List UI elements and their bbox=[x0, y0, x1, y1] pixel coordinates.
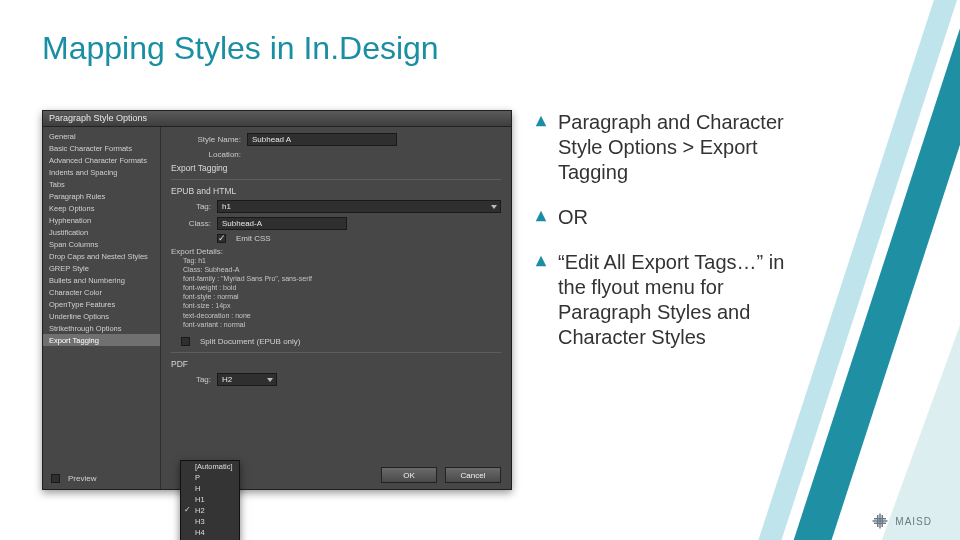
export-details-label: Export Details: bbox=[171, 247, 501, 256]
sidebar-item[interactable]: Paragraph Rules bbox=[43, 190, 160, 202]
split-document-label: Split Document (EPUB only) bbox=[200, 337, 300, 346]
logo-text: MAISD bbox=[895, 516, 932, 527]
detail-line: text-decoration : none bbox=[183, 311, 501, 320]
sidebar-item[interactable]: Span Columns bbox=[43, 238, 160, 250]
sidebar-item[interactable]: Tabs bbox=[43, 178, 160, 190]
panel-title: Export Tagging bbox=[171, 163, 501, 173]
dropdown-option[interactable]: H1 bbox=[181, 494, 239, 505]
sidebar-item[interactable]: Export Tagging bbox=[43, 334, 160, 346]
sidebar-item[interactable]: Bullets and Numbering bbox=[43, 274, 160, 286]
preview-label: Preview bbox=[68, 474, 96, 483]
slide-title: Mapping Styles in In.Design bbox=[42, 30, 439, 67]
export-details-text: Tag: h1Class: Subhead-Afont-family : "My… bbox=[183, 256, 501, 329]
sidebar-item[interactable]: Character Color bbox=[43, 286, 160, 298]
epub-tag-select[interactable]: h1 bbox=[217, 200, 501, 213]
sidebar-item[interactable]: Basic Character Formats bbox=[43, 142, 160, 154]
ok-button[interactable]: OK bbox=[381, 467, 437, 483]
location-label: Location: bbox=[171, 150, 241, 159]
preview-row: Preview bbox=[51, 474, 96, 483]
dropdown-option[interactable]: H bbox=[181, 483, 239, 494]
bullet-item: OR bbox=[534, 205, 794, 230]
dropdown-option[interactable]: H4 bbox=[181, 527, 239, 538]
sidebar-item[interactable]: Advanced Character Formats bbox=[43, 154, 160, 166]
dialog-main-panel: Style Name: Subhead A Location: Export T… bbox=[161, 127, 511, 489]
style-name-label: Style Name: bbox=[171, 135, 241, 144]
dialog-sidebar: GeneralBasic Character FormatsAdvanced C… bbox=[43, 127, 161, 489]
dropdown-option[interactable]: [Automatic] bbox=[181, 461, 239, 472]
bullet-text: Paragraph and Character Style Options > … bbox=[558, 110, 794, 185]
sidebar-item[interactable]: OpenType Features bbox=[43, 298, 160, 310]
svg-marker-2 bbox=[536, 256, 547, 267]
bullet-list: Paragraph and Character Style Options > … bbox=[534, 110, 794, 490]
pdf-tag-label: Tag: bbox=[171, 375, 211, 384]
bullet-icon bbox=[534, 114, 548, 128]
detail-line: Class: Subhead-A bbox=[183, 265, 501, 274]
detail-line: Tag: h1 bbox=[183, 256, 501, 265]
split-document-checkbox[interactable] bbox=[181, 337, 190, 346]
svg-marker-1 bbox=[536, 211, 547, 222]
sidebar-item[interactable]: GREP Style bbox=[43, 262, 160, 274]
sidebar-item[interactable]: Indents and Spacing bbox=[43, 166, 160, 178]
bullet-icon bbox=[534, 209, 548, 223]
sidebar-item[interactable]: Hyphenation bbox=[43, 214, 160, 226]
sidebar-item[interactable]: Drop Caps and Nested Styles bbox=[43, 250, 160, 262]
pdf-section-title: PDF bbox=[171, 359, 501, 369]
sidebar-item[interactable]: Underline Options bbox=[43, 310, 160, 322]
logo-mark-icon bbox=[871, 512, 889, 530]
detail-line: font-weight : bold bbox=[183, 283, 501, 292]
bullet-item: Paragraph and Character Style Options > … bbox=[534, 110, 794, 185]
detail-line: font-family : "Myriad Sans Pro", sans-se… bbox=[183, 274, 501, 283]
dialog-titlebar: Paragraph Style Options bbox=[43, 111, 511, 127]
epub-section-title: EPUB and HTML bbox=[171, 186, 501, 196]
pdf-tag-select[interactable]: H2 bbox=[217, 373, 277, 386]
detail-line: font-variant : normal bbox=[183, 320, 501, 329]
style-name-field[interactable]: Subhead A bbox=[247, 133, 397, 146]
bullet-text: OR bbox=[558, 205, 588, 230]
dropdown-option[interactable]: H2 bbox=[181, 505, 239, 516]
paragraph-style-options-dialog: Paragraph Style Options GeneralBasic Cha… bbox=[42, 110, 512, 490]
detail-line: font-size : 14px bbox=[183, 301, 501, 310]
sidebar-item[interactable]: General bbox=[43, 130, 160, 142]
dropdown-option[interactable]: P bbox=[181, 472, 239, 483]
epub-class-label: Class: bbox=[171, 219, 211, 228]
epub-class-field[interactable]: Subhead-A bbox=[217, 217, 347, 230]
epub-section: EPUB and HTML Tag: h1 Class: Subhead-A E… bbox=[171, 179, 501, 346]
epub-tag-label: Tag: bbox=[171, 202, 211, 211]
svg-marker-0 bbox=[536, 116, 547, 127]
cancel-button[interactable]: Cancel bbox=[445, 467, 501, 483]
sidebar-item[interactable]: Justification bbox=[43, 226, 160, 238]
detail-line: font-style : normal bbox=[183, 292, 501, 301]
pdf-tag-dropdown[interactable]: [Automatic]PHH1H2H3H4H5H6Artifact bbox=[180, 460, 240, 540]
bullet-text: “Edit All Export Tags…” in the flyout me… bbox=[558, 250, 794, 350]
emit-css-checkbox[interactable] bbox=[217, 234, 226, 243]
bullet-icon bbox=[534, 254, 548, 268]
emit-css-label: Emit CSS bbox=[236, 234, 271, 243]
pdf-section: PDF Tag: H2 bbox=[171, 352, 501, 386]
sidebar-item[interactable]: Strikethrough Options bbox=[43, 322, 160, 334]
preview-checkbox[interactable] bbox=[51, 474, 60, 483]
sidebar-item[interactable]: Keep Options bbox=[43, 202, 160, 214]
bullet-item: “Edit All Export Tags…” in the flyout me… bbox=[534, 250, 794, 350]
maisd-logo: MAISD bbox=[871, 512, 932, 530]
dropdown-option[interactable]: H3 bbox=[181, 516, 239, 527]
